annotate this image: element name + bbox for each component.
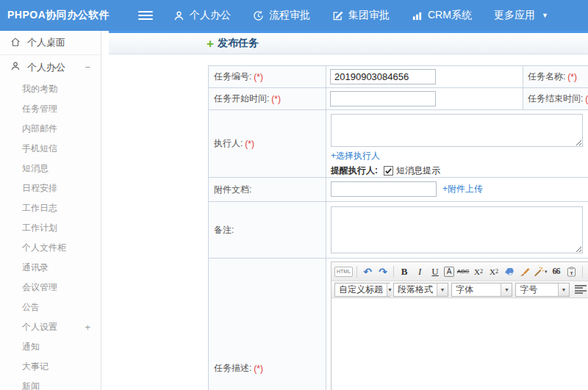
nav-personal-office[interactable]: 个人办公 <box>173 9 231 22</box>
person-icon <box>173 10 184 21</box>
executor-textarea[interactable] <box>331 114 583 147</box>
required-mark: (*) <box>254 72 263 82</box>
sidebar-item-schedule[interactable]: 日程安排 <box>0 178 101 198</box>
italic-button[interactable]: I <box>413 265 426 278</box>
sidebar-item-internal-mail[interactable]: 内部邮件 <box>0 119 101 139</box>
sidebar-item-contacts[interactable]: 通讯录 <box>0 258 101 278</box>
row-task-no: 任务编号: (*) 任务名称: (*) <box>209 66 588 88</box>
toolbar-separator <box>356 266 357 278</box>
attachment-label-cell: 附件文档: <box>209 178 326 201</box>
font-style-button[interactable]: A <box>444 267 454 277</box>
undo-icon[interactable]: ↶ <box>361 265 374 278</box>
expand-icon[interactable]: + <box>85 322 90 333</box>
editor-toolbar-bottom: 自定义标题 ▼ 段落格式 ▼ 字体 ▼ 字号 ▼ <box>331 281 588 298</box>
paste-icon[interactable]: T <box>565 265 578 278</box>
menu-toggle-icon[interactable] <box>138 9 153 22</box>
bar-chart-icon <box>412 10 423 21</box>
clock-icon <box>253 10 264 21</box>
sidebar-item-work-plan[interactable]: 工作计划 <box>0 218 101 238</box>
subscript-button[interactable]: X2 <box>487 265 501 278</box>
collapse-icon[interactable]: − <box>85 62 90 73</box>
row-remark: 备注: <box>209 202 588 259</box>
edit-icon <box>332 10 343 21</box>
magic-wand-icon[interactable]: ▾ <box>534 265 548 278</box>
sidebar-item-task-manage[interactable]: 任务管理 <box>0 99 101 119</box>
required-mark: (*) <box>567 72 577 82</box>
attachment-upload-link[interactable]: +附件上传 <box>442 183 483 195</box>
nav-crm-system[interactable]: CRM系统 <box>412 9 472 22</box>
choose-executor-link[interactable]: +选择执行人 <box>331 151 380 161</box>
editor-toolbar-top: HTML ↶ ↷ B I U A ABC X2 X2 <box>331 262 588 281</box>
row-description: 任务描述: (*) HTML ↶ ↷ B I U A ABC <box>209 259 588 390</box>
sidebar-item-attendance[interactable]: 我的考勤 <box>0 79 101 99</box>
sidebar-item-notice[interactable]: 通知 <box>0 337 101 357</box>
brush-icon[interactable] <box>518 265 531 278</box>
page-header: + 发布任务 <box>109 33 588 54</box>
sidebar-item-milestones[interactable]: 大事记 <box>0 357 101 377</box>
task-form: 任务编号: (*) 任务名称: (*) 任务开始时间: (*) 任务结束时间: … <box>208 65 588 390</box>
redo-icon[interactable]: ↷ <box>376 265 390 278</box>
required-mark: (*) <box>585 94 588 104</box>
sms-remind-checkbox[interactable] <box>384 166 393 176</box>
superscript-button[interactable]: X2 <box>472 265 485 278</box>
remind-label: 提醒执行人: <box>331 165 378 177</box>
sidebar-item-file-cabinet[interactable]: 个人文件柜 <box>0 238 101 258</box>
sidebar-item-announcement[interactable]: 公告 <box>0 297 101 317</box>
task-no-label-cell: 任务编号: (*) <box>209 66 326 87</box>
caret-down-icon: ▼ <box>501 284 512 296</box>
end-time-label-cell: 任务结束时间: (*) <box>523 88 588 109</box>
editor-content-area[interactable] <box>331 298 588 390</box>
start-time-field-cell <box>326 88 523 109</box>
sidebar-item-work-log[interactable]: 工作日志 <box>0 198 101 218</box>
align-left-icon[interactable] <box>575 284 587 295</box>
task-name-label-cell: 任务名称: (*) <box>523 66 588 87</box>
svg-text:T: T <box>570 270 573 276</box>
remark-label-cell: 备注: <box>209 202 326 258</box>
sidebar-item-meeting[interactable]: 会议管理 <box>0 278 101 297</box>
font-family-select[interactable]: 字体 ▼ <box>451 283 512 297</box>
person-icon <box>10 61 21 73</box>
executor-label-cell: 执行人: (*) <box>209 110 326 177</box>
sidebar-item-desktop[interactable]: 个人桌面 <box>0 31 101 55</box>
nav-group-approval[interactable]: 集团审批 <box>332 9 390 22</box>
required-mark: (*) <box>254 364 263 374</box>
sidebar-item-sms[interactable]: 手机短信 <box>0 139 101 159</box>
underline-button[interactable]: U <box>429 265 442 278</box>
row-start-time: 任务开始时间: (*) 任务结束时间: (*) <box>209 88 588 110</box>
app-brand: PHPOA协同办公软件 <box>0 9 110 22</box>
toolbar-separator <box>582 266 583 278</box>
sidebar-item-personal-office[interactable]: 个人办公 − <box>0 55 101 79</box>
plus-icon: + <box>207 37 214 50</box>
remind-option-label: 短消息提示 <box>396 165 440 177</box>
caret-down-icon: ▼ <box>558 284 569 296</box>
rich-text-editor: HTML ↶ ↷ B I U A ABC X2 X2 <box>331 261 588 390</box>
attachment-input[interactable] <box>331 181 437 197</box>
row-attachment: 附件文档: +附件上传 <box>209 178 588 202</box>
remark-field-cell <box>326 202 588 258</box>
description-field-cell: HTML ↶ ↷ B I U A ABC X2 X2 <box>326 259 588 390</box>
custom-heading-select[interactable]: 自定义标题 ▼ <box>334 283 390 297</box>
eraser-icon[interactable] <box>503 265 516 278</box>
top-navbar: PHPOA协同办公软件 个人办公 流程审批 <box>0 0 588 31</box>
start-time-input[interactable] <box>330 91 436 106</box>
required-mark: (*) <box>245 139 254 149</box>
nav-more-apps[interactable]: 更多应用 ▼ <box>494 9 548 22</box>
start-time-label-cell: 任务开始时间: (*) <box>209 88 326 109</box>
sidebar: 个人桌面 个人办公 − 我的考勤 任务管理 内部邮件 手机短信 短消息 日程安排… <box>0 31 101 390</box>
sidebar-item-short-message[interactable]: 短消息 <box>0 159 101 178</box>
sidebar-item-personal-settings[interactable]: 个人设置 + <box>0 317 101 337</box>
caret-down-icon: ▼ <box>387 284 392 296</box>
caret-down-icon: ▼ <box>437 284 448 296</box>
sidebar-item-news[interactable]: 新闻 <box>0 377 101 390</box>
remark-textarea[interactable] <box>331 206 583 253</box>
description-label-cell: 任务描述: (*) <box>209 259 326 390</box>
task-no-input[interactable] <box>330 69 436 84</box>
html-source-button[interactable]: HTML <box>334 267 353 277</box>
paragraph-format-select[interactable]: 段落格式 ▼ <box>393 283 448 297</box>
attachment-field-cell: +附件上传 <box>326 178 588 201</box>
blockquote-button[interactable]: 66 <box>550 265 563 278</box>
strikethrough-button[interactable]: ABC <box>456 265 470 278</box>
bold-button[interactable]: B <box>398 265 411 278</box>
font-size-select[interactable]: 字号 ▼ <box>515 283 570 297</box>
nav-workflow-approval[interactable]: 流程审批 <box>253 9 310 22</box>
